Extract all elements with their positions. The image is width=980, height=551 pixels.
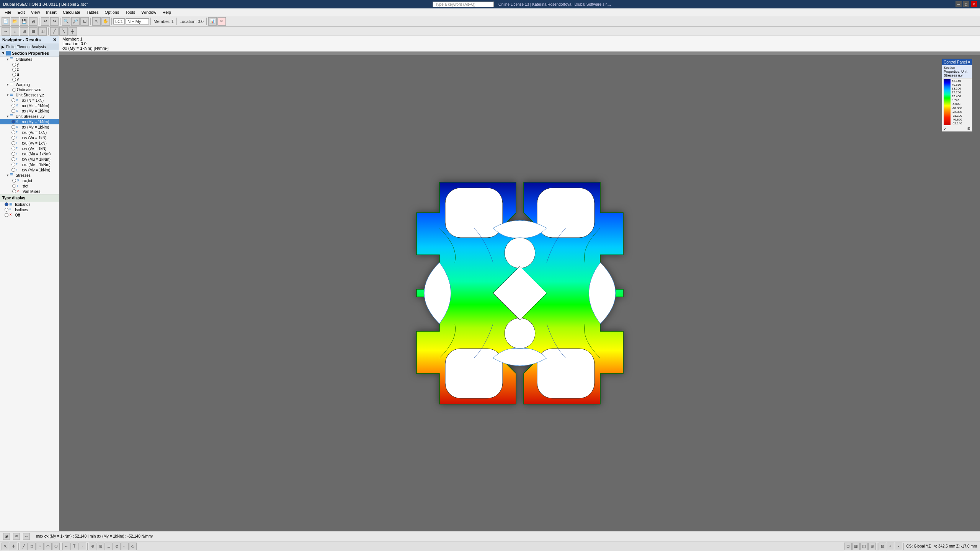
ord-u-radio[interactable]: [12, 73, 16, 77]
btb-line[interactable]: ╱: [20, 543, 28, 550]
legend-footer-right[interactable]: ⊞: [967, 127, 970, 130]
tb2-btn7[interactable]: ╲: [59, 27, 68, 36]
minimize-button[interactable]: ─: [956, 1, 962, 7]
menu-calculate[interactable]: Calculate: [60, 9, 83, 15]
n-my-combo[interactable]: N + My: [126, 18, 149, 24]
ord-wsc[interactable]: Ordinates wsc: [0, 87, 59, 92]
btb-node[interactable]: ·: [78, 543, 86, 550]
new-button[interactable]: 📄: [2, 17, 10, 26]
stress-item-2[interactable]: τ τtot: [0, 183, 59, 189]
btb-r3[interactable]: ◫: [860, 543, 868, 550]
btb-r2[interactable]: ▦: [852, 543, 860, 550]
uv-r3[interactable]: [11, 130, 15, 134]
uv-r7[interactable]: [11, 152, 15, 156]
uv-item-4[interactable]: τ τxv (Vu = 1kN): [0, 135, 59, 140]
btb-grid[interactable]: ⊞: [97, 543, 105, 550]
zoom-in-button[interactable]: 🔍: [62, 17, 70, 26]
btb-polar[interactable]: ⊙: [113, 543, 121, 550]
open-button[interactable]: 📂: [11, 17, 19, 26]
tb2-btn2[interactable]: ↕: [11, 27, 19, 36]
nav-close-icon[interactable]: ✕: [53, 37, 57, 42]
type-off-radio[interactable]: [5, 213, 8, 217]
search-box[interactable]: Type a keyword (Alt+Q): [433, 2, 494, 7]
type-isolines-radio[interactable]: [5, 208, 8, 212]
status-icon3[interactable]: ↔: [23, 533, 30, 540]
print-button[interactable]: 🖨: [29, 17, 38, 26]
btb-rect[interactable]: □: [28, 543, 36, 550]
ord-z[interactable]: z: [0, 67, 59, 72]
ord-y[interactable]: y: [0, 62, 59, 67]
zoom-out-button[interactable]: 🔎: [71, 17, 80, 26]
ord-z-radio[interactable]: [12, 68, 16, 72]
uv-r8[interactable]: [11, 157, 15, 161]
yz-r3[interactable]: [11, 109, 15, 113]
menu-edit[interactable]: Edit: [15, 9, 28, 15]
status-icon1[interactable]: ◉: [3, 533, 10, 540]
yz-item-3[interactable]: σ σx (My = 1kNm): [0, 108, 59, 114]
ord-y-radio[interactable]: [12, 63, 16, 67]
save-button[interactable]: 💾: [20, 17, 28, 26]
ord-v-radio[interactable]: [12, 78, 16, 82]
menu-help[interactable]: Help: [159, 9, 174, 15]
fit-button[interactable]: ⊡: [80, 17, 89, 26]
menu-tools[interactable]: Tools: [122, 9, 138, 15]
ord-u[interactable]: u: [0, 72, 59, 77]
menu-tables[interactable]: Tables: [83, 9, 102, 15]
btb-r4[interactable]: ⊞: [868, 543, 876, 550]
btb-circle[interactable]: ○: [36, 543, 44, 550]
btb-arc[interactable]: ◠: [44, 543, 52, 550]
uv-r2[interactable]: [11, 125, 15, 129]
yz-r2[interactable]: [11, 104, 15, 108]
close-button[interactable]: ✕: [971, 1, 977, 7]
status-icon2[interactable]: 👁: [13, 533, 20, 540]
ord-wsc-radio[interactable]: [12, 88, 16, 92]
type-isobands-radio[interactable]: [5, 202, 8, 206]
pan-button[interactable]: ✋: [101, 17, 110, 26]
ordinates-group[interactable]: ▼ ☰ Ordinates: [0, 57, 59, 62]
uv-r4[interactable]: [11, 136, 15, 140]
ord-v[interactable]: v: [0, 77, 59, 82]
menu-file[interactable]: File: [2, 9, 15, 15]
maximize-button[interactable]: □: [963, 1, 969, 7]
type-isolines[interactable]: ≡ Isolines: [0, 207, 59, 212]
uv-item-5[interactable]: τ τxu (Vv = 1kN): [0, 140, 59, 146]
unit-stresses-yz-group[interactable]: ▼ ☰ Unit Stresses y,z: [0, 92, 59, 98]
uv-r6[interactable]: [11, 147, 15, 150]
uv-item-3[interactable]: τ τxu (Vu = 1kN): [0, 130, 59, 135]
undo-button[interactable]: ↩: [41, 17, 49, 26]
fea-expand-arrow[interactable]: ▶: [2, 45, 5, 49]
unit-stresses-uv-group[interactable]: ▼ ☰ Unit Stresses u,v: [0, 114, 59, 119]
uv-item-7[interactable]: τ τxu (Mu = 1kNm): [0, 151, 59, 156]
uv-item-selected[interactable]: σ σx (My = 1kNm): [0, 119, 59, 124]
type-isobands[interactable]: ▦ Isobands: [0, 202, 59, 207]
uv-r5[interactable]: [11, 141, 15, 145]
uv-item-10[interactable]: τ τxv (Mv = 1kNm): [0, 167, 59, 173]
stresses-group[interactable]: ▼ ☰ Stresses: [0, 173, 59, 178]
section-properties-header[interactable]: ▼ Section Properties: [0, 50, 59, 57]
redo-button[interactable]: ↪: [50, 17, 59, 26]
tb2-btn8[interactable]: ┼: [69, 27, 77, 36]
menu-options[interactable]: Options: [102, 9, 122, 15]
yz-r1[interactable]: [11, 98, 15, 102]
btb-snap[interactable]: ⊕: [89, 543, 96, 550]
menu-window[interactable]: Window: [138, 9, 159, 15]
type-off[interactable]: ✕ Off: [0, 212, 59, 218]
results-button[interactable]: 📊: [208, 17, 217, 26]
stress-item-1[interactable]: σ σx,tot: [0, 178, 59, 183]
menu-insert[interactable]: Insert: [43, 9, 60, 15]
tb2-btn6[interactable]: ╱: [50, 27, 59, 36]
btb-text[interactable]: T: [70, 543, 78, 550]
btb-zoomout[interactable]: -: [895, 543, 902, 550]
btb-r1[interactable]: ⊡: [844, 543, 852, 550]
select-button[interactable]: ↖: [92, 17, 101, 26]
tb2-btn5[interactable]: ◫: [38, 27, 47, 36]
uv-r9[interactable]: [11, 163, 15, 166]
menu-view[interactable]: View: [28, 9, 43, 15]
stress-item-3[interactable]: ✕ Von Mises: [0, 189, 59, 194]
uv-r10[interactable]: [11, 168, 15, 172]
warping-group[interactable]: ▼ ☰ Warping: [0, 82, 59, 87]
btb-dim[interactable]: ↔: [62, 543, 70, 550]
btb-zoomfit[interactable]: ⊡: [879, 543, 886, 550]
btb-select[interactable]: ↖: [2, 543, 9, 550]
btb-object[interactable]: ⋯: [121, 543, 129, 550]
